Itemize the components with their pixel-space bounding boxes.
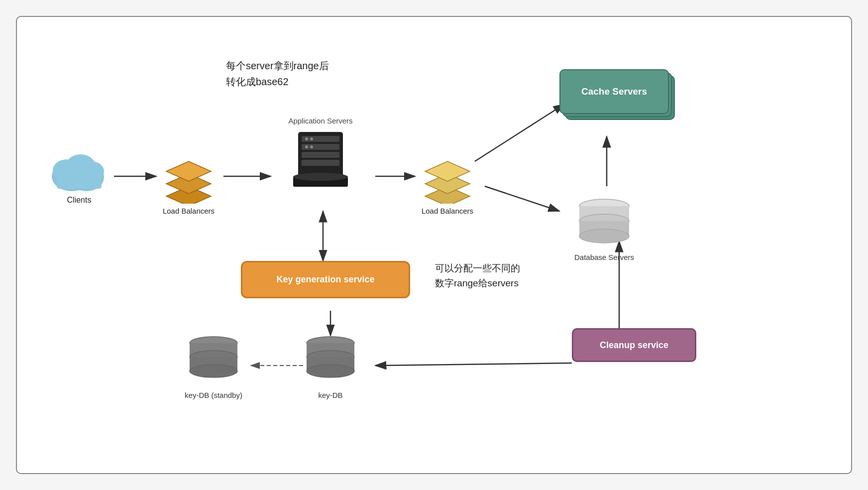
lb1-icon bbox=[156, 144, 221, 204]
db-servers-node: Database Servers bbox=[564, 194, 644, 261]
svg-rect-21 bbox=[57, 174, 102, 189]
svg-line-9 bbox=[485, 186, 559, 211]
cache-servers-label: Cache Servers bbox=[581, 86, 647, 97]
lb1-node: Load Balancers bbox=[156, 144, 221, 215]
app-servers-label-top: Application Servers bbox=[271, 117, 370, 125]
lb2-node: Load Balancers bbox=[415, 144, 480, 215]
svg-point-43 bbox=[579, 229, 629, 243]
cloud-icon bbox=[47, 146, 111, 196]
app-servers-node: Application Servers bbox=[271, 117, 370, 194]
lb2-label: Load Balancers bbox=[415, 207, 480, 215]
diagram-container: Clients Load Balancers Application Serve… bbox=[16, 16, 852, 474]
lb1-label: Load Balancers bbox=[156, 207, 221, 215]
db-servers-label: Database Servers bbox=[564, 253, 644, 261]
svg-rect-28 bbox=[302, 152, 339, 158]
arrows-svg bbox=[17, 17, 851, 473]
svg-point-32 bbox=[305, 145, 308, 148]
svg-marker-38 bbox=[425, 161, 470, 181]
svg-point-31 bbox=[310, 137, 313, 140]
cleanup-box: Cleanup service bbox=[572, 328, 696, 362]
clients-node: Clients bbox=[47, 146, 111, 205]
svg-rect-29 bbox=[302, 160, 339, 166]
svg-point-48 bbox=[307, 365, 354, 377]
app-server-icon bbox=[271, 127, 370, 192]
key-db-standby-label: key-DB (standby) bbox=[181, 391, 246, 399]
svg-point-30 bbox=[305, 137, 308, 140]
key-db-node: key-DB bbox=[298, 333, 363, 399]
svg-marker-24 bbox=[166, 161, 211, 181]
key-db-standby-icon bbox=[181, 333, 246, 388]
kgs-box: Key generation service bbox=[241, 261, 410, 298]
key-db-standby-node: key-DB (standby) bbox=[181, 333, 246, 399]
kgs-label: Key generation service bbox=[276, 274, 374, 285]
lb2-icon bbox=[415, 144, 480, 204]
key-db-label: key-DB bbox=[298, 391, 363, 399]
clients-label: Clients bbox=[47, 196, 111, 205]
svg-point-53 bbox=[190, 365, 237, 377]
cleanup-label: Cleanup service bbox=[600, 340, 668, 351]
cache-servers-node: Cache Servers bbox=[559, 69, 679, 134]
svg-line-14 bbox=[375, 363, 572, 366]
annotation-right: 可以分配一些不同的 数字range给servers bbox=[435, 261, 520, 291]
svg-point-33 bbox=[310, 145, 313, 148]
svg-line-8 bbox=[475, 104, 564, 161]
db-servers-icon bbox=[564, 194, 644, 253]
key-db-icon bbox=[298, 333, 363, 388]
svg-point-35 bbox=[293, 173, 348, 181]
annotation-top: 每个server拿到range后 转化成base62 bbox=[226, 58, 329, 90]
